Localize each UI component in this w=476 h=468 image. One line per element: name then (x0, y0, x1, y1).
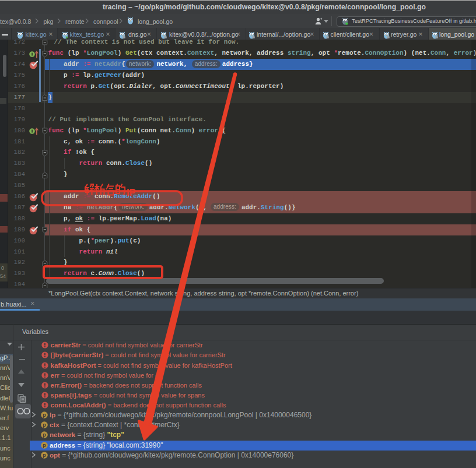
svg-text:IP: IP (127, 187, 136, 198)
